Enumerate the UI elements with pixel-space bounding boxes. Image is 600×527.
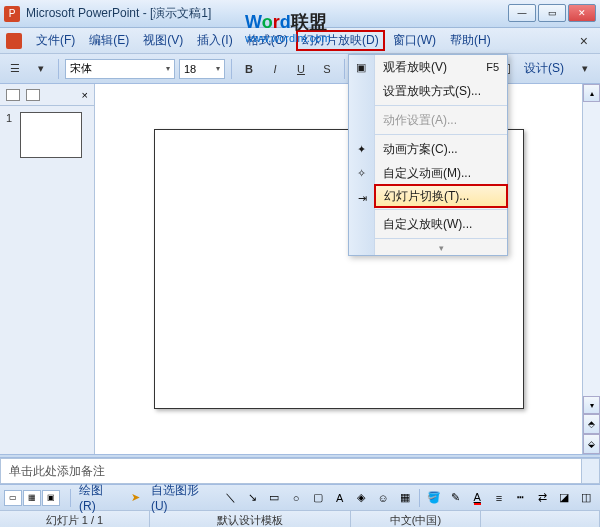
status-empty: [481, 511, 600, 527]
menu-label: 幻灯片切换(T)...: [384, 188, 469, 205]
main-area: × 1 ▴ ▾ ⬘ ⬙: [0, 84, 600, 454]
menu-view-show[interactable]: ▣ 观看放映(V) F5: [375, 55, 507, 79]
line-color-icon[interactable]: ✎: [446, 488, 466, 508]
menu-expand[interactable]: ▾: [375, 241, 507, 255]
notes-pane[interactable]: 单击此处添加备注: [0, 458, 600, 484]
menu-slide-transition[interactable]: ⇥ 幻灯片切换(T)...: [374, 184, 508, 208]
menu-file[interactable]: 文件(F): [30, 30, 81, 51]
separator: [231, 59, 232, 79]
chevron-down-icon: ▾: [216, 64, 220, 73]
3d-style-icon[interactable]: ◫: [576, 488, 596, 508]
shortcut-label: F5: [486, 61, 499, 73]
menu-label: 设置放映方式(S)...: [383, 83, 481, 100]
separator: [70, 489, 71, 507]
menu-bar: 文件(F) 编辑(E) 视图(V) 插入(I) 格式(O) 幻灯片放映(D) 窗…: [0, 28, 600, 54]
draw-menu[interactable]: 绘图(R): [75, 482, 123, 513]
shadow-button[interactable]: S: [316, 58, 338, 80]
scroll-up-icon[interactable]: ▴: [583, 84, 600, 102]
slide-counter: 幻灯片 1 / 1: [0, 511, 150, 527]
menu-custom-shows[interactable]: 自定义放映(W)...: [375, 212, 507, 236]
arrow-style-icon[interactable]: ⇄: [533, 488, 553, 508]
thumbnail-list: 1: [0, 106, 94, 168]
doc-close-button[interactable]: ×: [574, 33, 594, 49]
menu-custom-animation[interactable]: ✧ 自定义动画(M)...: [375, 161, 507, 185]
menu-setup-show[interactable]: 设置放映方式(S)...: [375, 79, 507, 103]
notes-scrollbar[interactable]: [581, 459, 599, 483]
menu-help[interactable]: 帮助(H): [444, 30, 497, 51]
chevron-down-icon: ▾: [439, 243, 444, 253]
menu-separator: [375, 134, 507, 135]
menu-slideshow[interactable]: 幻灯片放映(D): [296, 30, 385, 51]
prev-slide-button[interactable]: ⬘: [583, 414, 600, 434]
menu-separator: [375, 105, 507, 106]
separator: [58, 59, 59, 79]
drawing-toolbar: ▭ ▦ ▣ 绘图(R) ➤ 自选图形(U) ＼ ↘ ▭ ○ ▢ A ◈ ☺ ▦ …: [0, 484, 600, 510]
menu-format[interactable]: 格式(O): [241, 30, 294, 51]
title-bar: P Microsoft PowerPoint - [演示文稿1] — ▭ ✕: [0, 0, 600, 28]
chevron-down-icon: ▾: [166, 64, 170, 73]
menu-separator: [375, 238, 507, 239]
powerpoint-icon: P: [4, 6, 20, 22]
slides-tab-icon[interactable]: [6, 89, 20, 101]
line-icon[interactable]: ＼: [221, 488, 241, 508]
slide-editor[interactable]: [95, 84, 582, 454]
menu-window[interactable]: 窗口(W): [387, 30, 442, 51]
rectangle-icon[interactable]: ▭: [264, 488, 284, 508]
dropdown-arrow-icon[interactable]: ▾: [30, 58, 52, 80]
font-selector[interactable]: 宋体 ▾: [65, 59, 175, 79]
menu-view[interactable]: 视图(V): [137, 30, 189, 51]
separator: [419, 489, 420, 507]
design-button[interactable]: 设计(S): [518, 58, 570, 79]
play-icon: ▣: [353, 59, 369, 75]
status-bar: 幻灯片 1 / 1 默认设计模板 中文(中国): [0, 510, 600, 527]
scroll-down-icon[interactable]: ▾: [583, 396, 600, 414]
close-button[interactable]: ✕: [568, 4, 596, 22]
menu-label: 自定义动画(M)...: [383, 165, 471, 182]
fill-color-icon[interactable]: 🪣: [424, 488, 444, 508]
autoshapes-menu[interactable]: 自选图形(U): [147, 482, 219, 513]
arrow-icon[interactable]: ↘: [243, 488, 263, 508]
italic-button[interactable]: I: [264, 58, 286, 80]
select-arrow-icon[interactable]: ➤: [125, 488, 145, 508]
transition-icon: ⇥: [354, 190, 370, 206]
panel-close-icon[interactable]: ×: [82, 89, 88, 101]
bold-button[interactable]: B: [238, 58, 260, 80]
sorter-view-button[interactable]: ▦: [23, 490, 41, 506]
vertical-scrollbar[interactable]: ▴ ▾ ⬘ ⬙: [582, 84, 600, 454]
font-size: 18: [184, 63, 196, 75]
outline-icon[interactable]: ☰: [4, 58, 26, 80]
maximize-button[interactable]: ▭: [538, 4, 566, 22]
menu-edit[interactable]: 编辑(E): [83, 30, 135, 51]
line-style-icon[interactable]: ≡: [489, 488, 509, 508]
formatting-toolbar: ☰ ▾ 宋体 ▾ 18 ▾ B I U S ≡ 设计(S) ▾: [0, 54, 600, 84]
minimize-button[interactable]: —: [508, 4, 536, 22]
next-slide-button[interactable]: ⬙: [583, 434, 600, 454]
normal-view-button[interactable]: ▭: [4, 490, 22, 506]
clipart-icon[interactable]: ☺: [373, 488, 393, 508]
diagram-icon[interactable]: ◈: [351, 488, 371, 508]
font-color-icon[interactable]: A: [467, 488, 487, 508]
notes-placeholder[interactable]: 单击此处添加备注: [1, 459, 581, 483]
app-menu-icon[interactable]: [6, 33, 22, 49]
toolbar-overflow-icon[interactable]: ▾: [574, 58, 596, 80]
slideshow-view-button[interactable]: ▣: [42, 490, 60, 506]
thumbnail-number: 1: [6, 112, 12, 124]
shadow-style-icon[interactable]: ◪: [554, 488, 574, 508]
custom-anim-icon: ✧: [353, 165, 369, 181]
dash-style-icon[interactable]: ┅: [511, 488, 531, 508]
underline-button[interactable]: U: [290, 58, 312, 80]
picture-icon[interactable]: ▦: [395, 488, 415, 508]
menu-label: 动画方案(C)...: [383, 141, 458, 158]
window-title: Microsoft PowerPoint - [演示文稿1]: [26, 5, 211, 22]
slide-thumbnail[interactable]: [20, 112, 82, 158]
outline-tab-icon[interactable]: [26, 89, 40, 101]
menu-separator: [375, 209, 507, 210]
menu-insert[interactable]: 插入(I): [191, 30, 238, 51]
oval-icon[interactable]: ○: [286, 488, 306, 508]
font-size-selector[interactable]: 18 ▾: [179, 59, 225, 79]
textbox-icon[interactable]: ▢: [308, 488, 328, 508]
wordart-icon[interactable]: A: [330, 488, 350, 508]
scroll-track[interactable]: [583, 102, 600, 396]
template-name: 默认设计模板: [150, 511, 351, 527]
menu-animation-schemes[interactable]: ✦ 动画方案(C)...: [375, 137, 507, 161]
